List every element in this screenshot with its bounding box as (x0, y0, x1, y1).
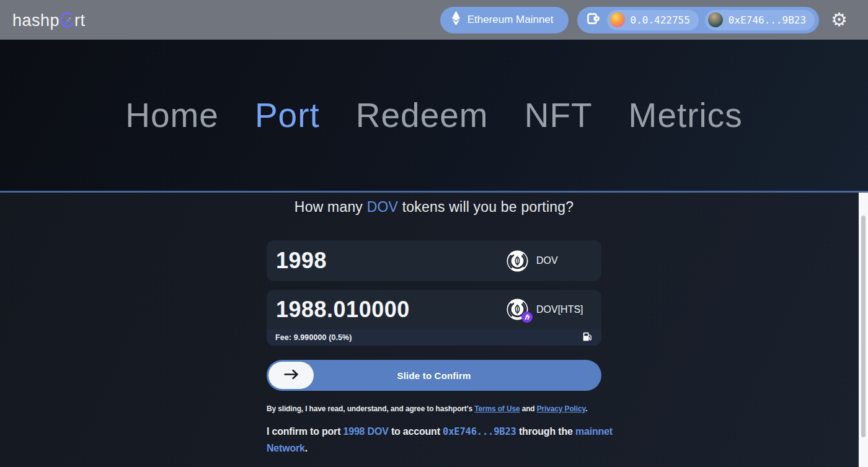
wallet-balance: 0.0.422755 (631, 14, 690, 26)
confirmation-line-1: I confirm to port 1998 DOV to account 0x… (267, 424, 601, 440)
dov-hts-token-icon: ℏ (507, 299, 528, 320)
ethereum-icon (451, 11, 461, 29)
target-amount-box: ℏ DOV[HTS] Fee: 9.990000 (0.5%) (267, 290, 601, 346)
nav-item-metrics[interactable]: Metrics (629, 95, 743, 135)
nav-item-port[interactable]: Port (255, 95, 320, 135)
wallet-icon (586, 11, 601, 28)
confirmation-text: I confirm to port 1998 DOV to account 0x… (267, 424, 601, 456)
confirm-account: 0xE746...9B23 (443, 426, 516, 437)
hedera-badge-icon: ℏ (521, 312, 533, 323)
logo-text-left: hashp (12, 11, 60, 30)
port-sheet: How many DOV tokens will you be porting?… (0, 191, 868, 467)
top-bar: hashp rt Ethereum Mainnet (0, 0, 868, 40)
confirm-text-2: to account (389, 426, 443, 437)
settings-gear-icon[interactable]: ⚙ (831, 11, 848, 29)
title-token-symbol: DOV (367, 199, 398, 215)
main-nav: Home Port Redeem NFT Metrics (0, 40, 868, 191)
balance-avatar (610, 12, 625, 27)
confirm-text-3: through the (516, 426, 575, 437)
network-selector-label: Ethereum Mainnet (467, 14, 554, 26)
fee-strip: Fee: 9.990000 (0.5%) (267, 330, 601, 346)
hashport-logo[interactable]: hashp rt (12, 9, 86, 30)
nav-item-nft[interactable]: NFT (525, 95, 593, 135)
scrollbar-thumb[interactable] (861, 216, 866, 437)
confirm-period: . (305, 443, 308, 453)
slider-label: Slide to Confirm (267, 360, 601, 391)
slider-handle[interactable] (268, 362, 314, 389)
target-token-label: DOV[HTS] (536, 304, 583, 315)
legal-text-1: By sliding, I have read, understand, and… (267, 404, 474, 413)
privacy-policy-link[interactable]: Privacy Policy (537, 404, 585, 413)
slide-to-confirm[interactable]: Slide to Confirm (267, 360, 601, 391)
wallet-group: 0.0.422755 0xE746...9B23 (577, 7, 820, 33)
gas-pump-icon (582, 331, 593, 344)
legal-text: By sliding, I have read, understand, and… (267, 404, 601, 413)
target-token-chip[interactable]: ℏ DOV[HTS] (507, 299, 583, 320)
port-question-title: How many DOV tokens will you be porting? (267, 199, 601, 216)
target-amount-input[interactable] (267, 297, 496, 323)
wallet-balance-pill[interactable]: 0.0.422755 (607, 10, 699, 30)
legal-text-2: and (520, 404, 536, 413)
port-form: How many DOV tokens will you be porting?… (267, 193, 601, 456)
account-avatar (708, 12, 723, 27)
confirm-network-2: Network (267, 443, 305, 453)
hashport-orbit-icon (60, 12, 74, 33)
confirm-text-1: I confirm to port (267, 426, 343, 437)
confirm-network-1: mainnet (575, 426, 613, 437)
arrow-right-icon (283, 369, 299, 382)
source-amount-input[interactable] (267, 248, 496, 274)
scrollbar-track[interactable] (859, 193, 868, 467)
source-amount-box: DOV (267, 240, 601, 281)
nav-item-home[interactable]: Home (125, 95, 219, 135)
confirm-amount-token: 1998 DOV (343, 426, 389, 437)
nav-item-redeem[interactable]: Redeem (356, 95, 489, 135)
wallet-account-pill[interactable]: 0xE746...9B23 (705, 10, 815, 30)
title-suffix: tokens will you be porting? (398, 199, 574, 215)
source-token-chip[interactable]: DOV (507, 250, 558, 272)
fee-label: Fee: 9.990000 (0.5%) (275, 333, 352, 342)
terms-of-use-link[interactable]: Terms of Use (474, 404, 520, 413)
target-amount-row: ℏ DOV[HTS] (267, 290, 601, 330)
source-token-label: DOV (536, 255, 558, 266)
wallet-account: 0xE746...9B23 (728, 14, 806, 26)
legal-text-3: . (585, 404, 587, 413)
network-selector-button[interactable]: Ethereum Mainnet (440, 7, 569, 33)
title-prefix: How many (294, 199, 367, 215)
dov-token-icon (507, 250, 528, 272)
logo-text-right: rt (74, 11, 86, 30)
